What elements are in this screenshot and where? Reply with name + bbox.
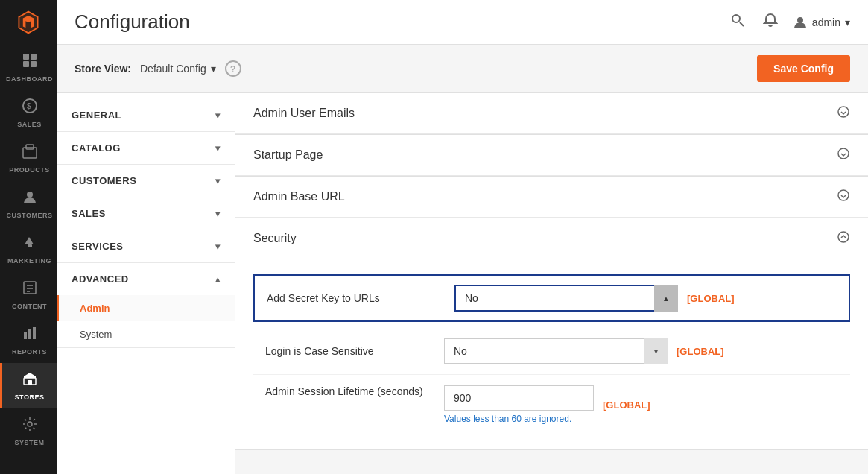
svg-point-24 — [838, 148, 849, 159]
svg-rect-15 — [28, 329, 31, 339]
sidebar-logo — [0, 0, 57, 45]
sidebar-item-sales-label: SALES — [17, 121, 42, 128]
products-icon — [22, 143, 38, 163]
sidebar-item-reports-label: REPORTS — [12, 348, 47, 356]
add-secret-key-global-badge: [GLOBAL] — [687, 293, 735, 304]
sidebar-item-stores[interactable]: STORES — [0, 363, 57, 408]
config-section-startup-page-header[interactable]: Startup Page — [235, 135, 868, 176]
sidebar-item-marketing[interactable]: MARKETING — [0, 227, 57, 272]
main-panel: Admin User Emails Startup Page — [235, 93, 868, 474]
login-case-sensitive-control-wrap: No Yes ▾ [GLOBAL] — [444, 338, 838, 364]
nav-section-sales-label: SALES — [72, 208, 106, 219]
nav-section-services-header[interactable]: SERVICES ▾ — [57, 230, 235, 262]
nav-sub-items-advanced: Admin System — [57, 295, 235, 347]
sidebar-item-customers[interactable]: CUSTOMERS — [0, 181, 57, 227]
form-row-login-case-sensitive: Login is Case Sensitive No Yes ▾ [GLOBAL… — [253, 328, 850, 375]
config-section-security: Security Add Secret Key to URLs No — [235, 218, 868, 450]
notifications-button[interactable] — [760, 10, 781, 34]
customers-icon — [22, 189, 38, 209]
nav-section-catalog: CATALOG ▾ — [57, 132, 235, 165]
sales-icon: $ — [22, 98, 38, 118]
nav-sub-item-system[interactable]: System — [57, 321, 235, 347]
startup-page-toggle-icon — [837, 147, 850, 163]
nav-section-advanced-header[interactable]: ADVANCED ▴ — [57, 263, 235, 295]
svg-rect-7 — [26, 145, 34, 149]
svg-point-19 — [28, 422, 32, 426]
header-actions: admin ▾ — [727, 10, 850, 34]
sidebar-item-content[interactable]: CONTENT — [0, 272, 57, 317]
form-row-add-secret-key-inner: Add Secret Key to URLs No Yes ▲ [GLOBAL] — [267, 285, 837, 312]
nav-section-customers: CUSTOMERS ▾ — [57, 165, 235, 197]
sidebar-item-dashboard-label: DASHBOARD — [6, 75, 53, 83]
nav-section-advanced: ADVANCED ▴ Admin System — [57, 263, 235, 348]
content-area: GENERAL ▾ CATALOG ▾ CUSTOMERS ▾ SALES — [57, 93, 868, 474]
store-view-select[interactable]: Default Config ▾ — [140, 63, 216, 75]
svg-rect-14 — [24, 332, 27, 339]
security-section-body: Add Secret Key to URLs No Yes ▲ [GLOBAL] — [235, 259, 868, 449]
config-section-security-header[interactable]: Security — [235, 218, 868, 259]
sidebar-item-customers-label: CUSTOMERS — [7, 212, 53, 219]
login-case-sensitive-label: Login is Case Sensitive — [265, 345, 444, 357]
login-case-sensitive-select-wrapper: No Yes ▾ — [444, 338, 668, 364]
nav-section-advanced-label: ADVANCED — [72, 274, 129, 285]
store-view-label: Store View: — [75, 63, 131, 75]
help-button[interactable]: ? — [225, 60, 241, 77]
user-label: admin — [812, 16, 840, 28]
store-view-left: Store View: Default Config ▾ ? — [75, 60, 241, 77]
nav-sub-item-admin[interactable]: Admin — [57, 295, 235, 321]
sidebar: DASHBOARD $ SALES PRODUCTS CUSTOMERS MAR… — [0, 0, 57, 474]
add-secret-key-select[interactable]: No Yes — [454, 285, 678, 312]
config-section-admin-base-url-header[interactable]: Admin Base URL — [235, 177, 868, 218]
sidebar-item-reports[interactable]: REPORTS — [0, 317, 57, 363]
admin-base-url-toggle-icon — [837, 189, 850, 205]
svg-point-26 — [838, 232, 849, 242]
search-button[interactable] — [727, 10, 748, 34]
save-config-button[interactable]: Save Config — [757, 55, 850, 82]
nav-section-general-label: GENERAL — [72, 110, 121, 121]
config-section-admin-base-url: Admin Base URL — [235, 177, 868, 218]
svg-line-21 — [740, 22, 744, 26]
nav-section-general-chevron: ▾ — [215, 110, 221, 121]
svg-point-20 — [732, 15, 740, 22]
dashboard-icon — [22, 52, 38, 72]
svg-rect-0 — [23, 54, 29, 60]
sidebar-item-dashboard[interactable]: DASHBOARD — [0, 45, 57, 90]
admin-user-emails-toggle-icon — [837, 105, 850, 121]
sidebar-item-products[interactable]: PRODUCTS — [0, 136, 57, 181]
nav-section-customers-chevron: ▾ — [215, 176, 221, 186]
user-menu[interactable]: admin ▾ — [793, 15, 850, 30]
marketing-icon — [22, 234, 38, 254]
svg-point-8 — [27, 192, 33, 197]
page-header: Configuration admin ▾ — [57, 0, 868, 45]
config-section-admin-user-emails: Admin User Emails — [235, 93, 868, 135]
nav-section-general-header[interactable]: GENERAL ▾ — [57, 99, 235, 131]
user-dropdown-icon: ▾ — [845, 16, 850, 28]
session-lifetime-col: Values less than 60 are ignored. — [444, 385, 594, 424]
nav-section-sales-chevron: ▾ — [215, 209, 221, 219]
nav-section-services-label: SERVICES — [72, 241, 124, 252]
store-view-dropdown-icon: ▾ — [211, 63, 216, 75]
nav-section-customers-header[interactable]: CUSTOMERS ▾ — [57, 165, 235, 197]
sidebar-item-products-label: PRODUCTS — [9, 166, 50, 174]
reports-icon — [22, 325, 38, 345]
sidebar-item-content-label: CONTENT — [12, 303, 47, 310]
svg-point-22 — [797, 17, 803, 23]
config-section-startup-page: Startup Page — [235, 135, 868, 177]
nav-section-advanced-chevron: ▴ — [215, 274, 221, 285]
page-title: Configuration — [75, 10, 190, 34]
session-lifetime-input[interactable] — [444, 385, 594, 411]
sidebar-item-stores-label: STORES — [15, 394, 45, 401]
nav-section-general: GENERAL ▾ — [57, 99, 235, 132]
session-lifetime-hint: Values less than 60 are ignored. — [444, 414, 594, 424]
svg-point-25 — [838, 190, 849, 200]
config-section-admin-user-emails-header[interactable]: Admin User Emails — [235, 93, 868, 134]
system-icon — [22, 416, 38, 436]
main-area: Configuration admin ▾ Store View: — [57, 0, 868, 474]
nav-section-sales-header[interactable]: SALES ▾ — [57, 197, 235, 230]
nav-section-sales: SALES ▾ — [57, 197, 235, 230]
nav-section-catalog-header[interactable]: CATALOG ▾ — [57, 132, 235, 164]
sidebar-item-sales[interactable]: $ SALES — [0, 90, 57, 136]
sidebar-item-system[interactable]: SYSTEM — [0, 408, 57, 454]
config-section-admin-base-url-title: Admin Base URL — [253, 190, 345, 203]
login-case-sensitive-select[interactable]: No Yes — [444, 338, 668, 364]
